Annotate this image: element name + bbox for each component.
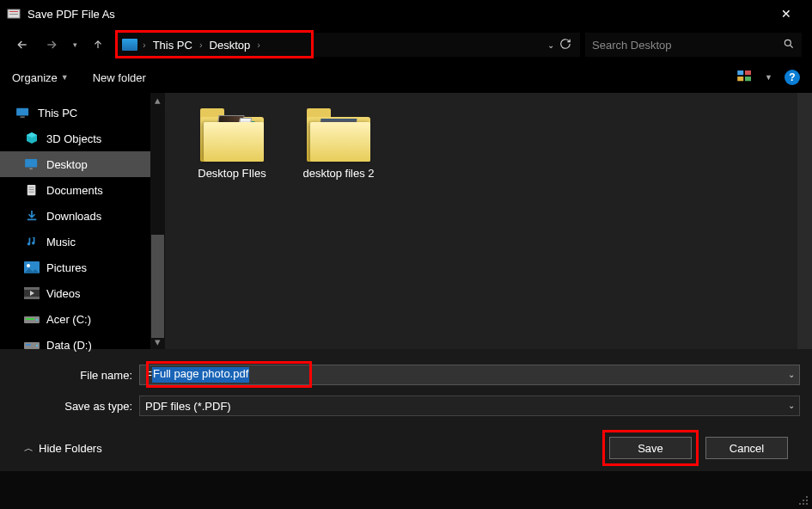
- svg-rect-21: [24, 297, 40, 299]
- svg-rect-4: [737, 71, 743, 75]
- toolbar: Organize ▼ New folder ▼ ?: [0, 62, 812, 93]
- file-pane[interactable]: Desktop FIles desktop files 2: [165, 93, 812, 349]
- saveastype-select[interactable]: PDF files (*.PDF): [139, 396, 800, 416]
- svg-rect-2: [9, 14, 18, 15]
- cancel-button[interactable]: Cancel: [705, 437, 788, 459]
- sidebar-item-downloads[interactable]: Downloads: [0, 203, 165, 229]
- hide-folders-button[interactable]: ︿ Hide Folders: [24, 442, 102, 455]
- sidebar-item-label: Documents: [46, 184, 103, 197]
- sidebar-scrollbar[interactable]: ▴ ▾: [150, 93, 165, 349]
- sidebar-item-label: This PC: [38, 107, 77, 120]
- sidebar-item-desktop[interactable]: Desktop: [0, 151, 165, 177]
- folder-label: desktop files 2: [302, 167, 374, 181]
- svg-rect-23: [26, 318, 34, 320]
- sidebar-item-label: Downloads: [46, 210, 101, 223]
- titlebar: Save PDF File As ✕: [0, 0, 812, 28]
- folder-icon: [305, 107, 372, 162]
- new-folder-label: New folder: [93, 71, 146, 84]
- sidebar-item-documents[interactable]: Documents: [0, 177, 165, 203]
- videos-icon: [24, 286, 40, 300]
- save-button[interactable]: Save: [609, 437, 692, 459]
- pc-icon: [15, 106, 31, 120]
- svg-rect-7: [745, 77, 751, 81]
- scroll-up-icon[interactable]: ▴: [153, 95, 162, 105]
- nav-forward-button[interactable]: [40, 33, 64, 57]
- scrollbar-thumb[interactable]: [151, 235, 164, 338]
- svg-rect-8: [16, 108, 28, 116]
- svg-rect-5: [745, 71, 751, 75]
- svg-point-32: [803, 503, 804, 505]
- refresh-icon[interactable]: [559, 38, 571, 52]
- breadcrumb-this-pc[interactable]: This PC: [148, 37, 198, 53]
- svg-rect-1: [9, 11, 18, 12]
- svg-rect-20: [24, 287, 40, 290]
- svg-rect-15: [29, 192, 34, 193]
- body-pane: This PC 3D Objects Desktop Documents Dow…: [0, 93, 812, 349]
- pictures-icon: [24, 261, 40, 274]
- filename-input[interactable]: Full page photo.pdf: [139, 365, 800, 385]
- svg-point-31: [799, 503, 801, 505]
- search-box[interactable]: [585, 33, 802, 57]
- downloads-icon: [24, 209, 40, 223]
- 3d-objects-icon: [24, 132, 40, 145]
- chevron-right-icon[interactable]: ›: [198, 40, 205, 50]
- sidebar-item-videos[interactable]: Videos: [0, 280, 165, 306]
- nav-back-button[interactable]: [10, 33, 34, 57]
- close-button[interactable]: ✕: [766, 0, 805, 28]
- footer: ︿ Hide Folders Save Cancel: [12, 426, 800, 463]
- nav-recent-dropdown[interactable]: ▾: [69, 33, 81, 57]
- drive-icon: [24, 338, 40, 352]
- sidebar-item-label: Data (D:): [46, 339, 92, 352]
- folder-icon: [198, 107, 266, 162]
- chevron-up-icon: ︿: [24, 442, 34, 455]
- app-icon: [7, 7, 21, 21]
- svg-rect-13: [29, 187, 34, 188]
- svg-point-28: [806, 496, 808, 498]
- view-dropdown-caret-icon[interactable]: ▼: [765, 73, 772, 82]
- svg-point-29: [803, 500, 804, 501]
- bottom-panel: File name: Full page photo.pdf ⌄ Full pa…: [0, 349, 812, 471]
- desktop-icon: [24, 157, 40, 171]
- svg-rect-26: [26, 344, 31, 346]
- navbar: ▾ › This PC › Desktop › ⌄: [0, 28, 812, 62]
- chevron-right-icon[interactable]: ›: [255, 40, 262, 50]
- scroll-down-icon[interactable]: ▾: [153, 337, 162, 346]
- window-title: Save PDF File As: [27, 8, 766, 21]
- pc-icon: [122, 39, 137, 51]
- svg-rect-14: [29, 189, 34, 190]
- search-icon[interactable]: [783, 38, 795, 52]
- sidebar-item-pictures[interactable]: Pictures: [0, 254, 165, 280]
- help-button[interactable]: ?: [785, 70, 800, 85]
- svg-point-18: [27, 264, 30, 267]
- organize-button[interactable]: Organize ▼: [12, 71, 69, 84]
- folder-item[interactable]: Desktop FIles: [189, 107, 275, 335]
- hide-folders-label: Hide Folders: [39, 442, 102, 455]
- address-bar[interactable]: › This PC › Desktop › ⌄: [115, 33, 580, 57]
- svg-rect-10: [25, 159, 37, 168]
- sidebar-item-drive-c[interactable]: Acer (C:): [0, 306, 165, 332]
- nav-up-button[interactable]: [86, 33, 110, 57]
- folder-label: Desktop FIles: [198, 167, 266, 181]
- svg-point-30: [806, 500, 808, 501]
- address-dropdown-icon[interactable]: ⌄: [547, 40, 554, 50]
- resize-grip[interactable]: [798, 495, 810, 507]
- sidebar-item-music[interactable]: Music: [0, 229, 165, 254]
- svg-rect-16: [27, 219, 37, 221]
- new-folder-button[interactable]: New folder: [93, 71, 146, 84]
- search-input[interactable]: [592, 39, 783, 52]
- view-options-button[interactable]: [737, 71, 753, 84]
- saveastype-label: Save as type:: [12, 400, 139, 413]
- folder-item[interactable]: desktop files 2: [296, 107, 382, 335]
- svg-rect-11: [29, 168, 33, 169]
- sidebar-item-3d-objects[interactable]: 3D Objects: [0, 126, 165, 151]
- breadcrumb-desktop[interactable]: Desktop: [205, 37, 256, 53]
- sidebar-item-label: Music: [46, 236, 76, 248]
- music-icon: [24, 235, 40, 248]
- drive-icon: [24, 312, 40, 326]
- sidebar-item-this-pc[interactable]: This PC: [0, 100, 165, 126]
- sidebar-item-label: Acer (C:): [46, 313, 91, 326]
- filename-label: File name:: [12, 369, 139, 382]
- chevron-right-icon[interactable]: ›: [141, 40, 148, 50]
- content-scrollbar[interactable]: [797, 93, 812, 349]
- sidebar-item-drive-d[interactable]: Data (D:): [0, 332, 165, 358]
